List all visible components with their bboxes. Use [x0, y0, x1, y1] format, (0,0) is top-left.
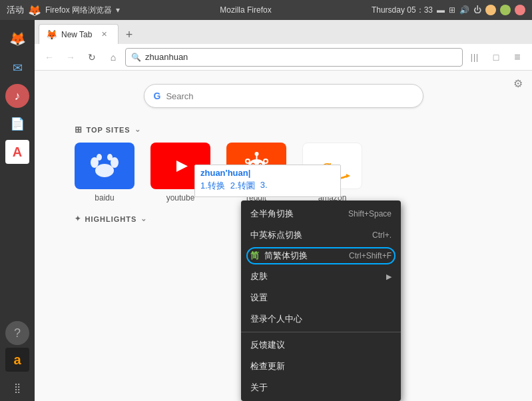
window-title: Mozilla Firefox	[220, 5, 271, 15]
home-button[interactable]: ⌂	[104, 48, 123, 67]
app-sidebar: 🦊 ✉ ♪ 📄 A ? a ⣿	[0, 20, 35, 401]
context-menu: 全半角切换 Shift+Space 中英标点切换 Ctrl+. 简 简繁体切换 …	[241, 200, 401, 401]
sidebar-item-music[interactable]: ♪	[5, 84, 29, 108]
reload-button[interactable]: ↻	[83, 48, 101, 67]
svg-point-18	[254, 152, 258, 156]
sidebar-item-help[interactable]: ?	[5, 321, 29, 345]
ctx-item-punctuation[interactable]: 中英标点切换 Ctrl+.	[241, 224, 401, 246]
svg-point-4	[107, 154, 113, 161]
ctx-label-login: 登录个人中心	[250, 313, 302, 325]
new-tab-content: ⚙ G zhuan'huan| 1.转换 2.转圜 3.	[35, 71, 532, 401]
network-icon: ⊞	[449, 5, 455, 15]
ctx-shortcut-punctuation: Ctrl+.	[372, 230, 392, 240]
ctx-label-simp-trad-text: 简繁体切换	[264, 250, 349, 262]
tabs-icon[interactable]: □	[487, 48, 505, 67]
nav-right: ||| □ ≡	[465, 48, 527, 67]
ime-cand3-num: 3.	[260, 180, 268, 190]
bookmarks-icon[interactable]: |||	[465, 48, 484, 67]
ctx-item-simp-trad[interactable]: 简 简繁体切换 Ctrl+Shift+F	[241, 246, 401, 266]
top-sites-label: TOP SITES	[87, 126, 131, 134]
ctx-label-skin: 皮肤	[250, 270, 268, 282]
google-g-icon: G	[154, 91, 161, 101]
ime-candidates: 1.转换 2.转圜 3.	[200, 178, 335, 194]
menu-button[interactable]: ≡	[508, 48, 527, 67]
baidu-logo-svg	[85, 149, 125, 183]
title-bar-center: Mozilla Firefox	[220, 5, 271, 15]
svg-point-3	[97, 154, 102, 161]
sidebar-item-font[interactable]: A	[5, 140, 29, 164]
browser-window: 🦊 New Tab ✕ + ← → ↻ ⌂ 🔍 zhuanhuan ||| □ …	[35, 20, 532, 401]
ctx-label-simp-trad: 简	[250, 250, 259, 262]
sidebar-item-mail[interactable]: ✉	[4, 55, 31, 81]
svg-point-16	[264, 160, 267, 163]
ime-cand2-num: 2.	[230, 181, 238, 191]
sidebar-item-firefox[interactable]: 🦊	[4, 25, 31, 52]
ctx-item-about[interactable]: 关于	[241, 377, 401, 398]
settings-gear-button[interactable]: ⚙	[513, 77, 523, 90]
svg-point-14	[246, 160, 249, 163]
power-icon[interactable]: ⏻	[473, 5, 481, 15]
tab-favicon: 🦊	[46, 29, 57, 40]
ctx-label-settings: 设置	[250, 292, 268, 304]
firefox-icon: 🦊	[28, 4, 41, 17]
ctx-item-fullhalf[interactable]: 全半角切换 Shift+Space	[241, 203, 401, 224]
back-button[interactable]: ←	[40, 48, 59, 67]
ctx-label-feedback: 反馈建议	[250, 339, 285, 351]
address-bar[interactable]: 🔍 zhuanhuan	[125, 48, 463, 67]
ime-cand1-num: 1.	[200, 181, 208, 191]
ctx-shortcut-simp-trad: Ctrl+Shift+F	[349, 251, 392, 260]
title-bar-left: 活动 🦊 Firefox 网络浏览器 ▾	[7, 4, 120, 17]
battery-icon: ▬	[437, 5, 445, 15]
highlights-chevron[interactable]: ⌄	[140, 214, 147, 223]
app-name-label: Firefox 网络浏览器	[45, 5, 112, 16]
ctx-label-update: 检查更新	[250, 360, 285, 372]
tab-label: New Tab	[61, 30, 92, 39]
ctx-item-settings[interactable]: 设置	[241, 287, 401, 308]
sidebar-item-files[interactable]: 📄	[4, 111, 31, 137]
sidebar-item-amazon[interactable]: a	[5, 348, 29, 372]
ime-candidate-3[interactable]: 3.	[260, 180, 268, 192]
search-area: G	[35, 71, 532, 118]
top-sites-grid-icon: ⊞	[75, 125, 83, 135]
nav-bar: ← → ↻ ⌂ 🔍 zhuanhuan ||| □ ≡	[35, 44, 532, 71]
sidebar-item-grid[interactable]: ⣿	[4, 374, 31, 401]
google-search-bar[interactable]: G	[144, 84, 423, 108]
google-search-input[interactable]	[166, 91, 413, 101]
top-sites-header: ⊞ TOP SITES ⌄	[75, 125, 492, 135]
ctx-shortcut-fullhalf: Shift+Space	[348, 209, 392, 218]
address-search-icon: 🔍	[131, 53, 141, 62]
maximize-button[interactable]	[500, 5, 511, 15]
ctx-item-feedback[interactable]: 反馈建议	[241, 334, 401, 356]
address-text: zhuanhuan	[145, 52, 188, 62]
top-sites-chevron[interactable]: ⌄	[134, 125, 141, 134]
ime-candidate-2[interactable]: 2.转圜	[230, 180, 255, 192]
tab-bar: 🦊 New Tab ✕ +	[35, 20, 532, 44]
time-label: Thursday 05：33	[372, 5, 433, 16]
ctx-item-skin[interactable]: 皮肤 ▶	[241, 266, 401, 287]
highlights-icon: ✦	[75, 214, 81, 223]
ctx-item-update[interactable]: 检查更新	[241, 356, 401, 377]
minimize-button[interactable]	[485, 5, 496, 15]
svg-point-0	[95, 164, 114, 177]
activities-label[interactable]: 活动	[7, 4, 24, 16]
youtube-logo-svg	[164, 155, 197, 178]
close-button[interactable]	[515, 5, 525, 15]
ctx-separator	[241, 332, 401, 332]
ctx-arrow-skin: ▶	[386, 272, 392, 281]
ctx-label-about: 关于	[250, 382, 268, 394]
tab-close-button[interactable]: ✕	[101, 30, 107, 39]
title-bar: 活动 🦊 Firefox 网络浏览器 ▾ Mozilla Firefox Thu…	[0, 0, 532, 20]
highlights-label: HIGHLIGHTS	[85, 215, 137, 223]
new-tab-button[interactable]: +	[120, 25, 138, 44]
ime-input-text: zhuan'huan|	[200, 168, 335, 178]
title-bar-right: Thursday 05：33 ▬ ⊞ 🔊 ⏻	[372, 5, 525, 16]
ime-dropdown[interactable]: zhuan'huan| 1.转换 2.转圜 3.	[194, 165, 341, 197]
site-label-youtube: youtube	[166, 193, 195, 202]
active-tab[interactable]: 🦊 New Tab ✕	[39, 24, 119, 44]
ctx-item-login[interactable]: 登录个人中心	[241, 308, 401, 330]
forward-button[interactable]: →	[61, 48, 80, 67]
app-dropdown-arrow[interactable]: ▾	[116, 5, 120, 15]
volume-icon: 🔊	[459, 5, 469, 15]
site-item-baidu[interactable]: baidu	[75, 143, 134, 202]
ime-candidate-1[interactable]: 1.转换	[200, 180, 225, 192]
